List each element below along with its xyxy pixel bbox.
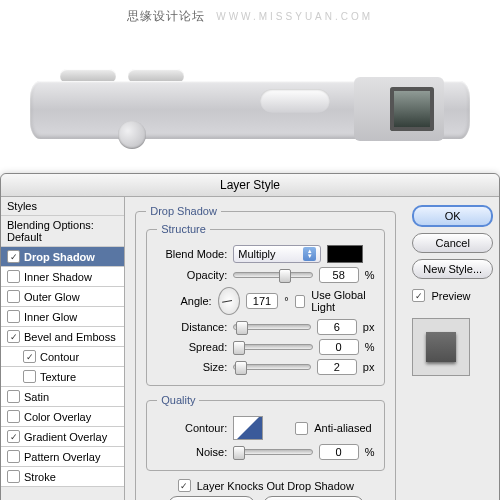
style-checkbox[interactable] xyxy=(7,410,20,423)
chevron-updown-icon: ▲▼ xyxy=(303,247,316,261)
style-item-inner-shadow[interactable]: Inner Shadow xyxy=(1,267,124,287)
knockout-checkbox[interactable] xyxy=(178,479,191,492)
distance-label: Distance: xyxy=(157,321,227,333)
style-item-stroke[interactable]: Stroke xyxy=(1,467,124,487)
cancel-button[interactable]: Cancel xyxy=(412,233,493,253)
camera-illustration xyxy=(30,33,470,153)
style-checkbox[interactable] xyxy=(7,270,20,283)
new-style-button[interactable]: New Style... xyxy=(412,259,493,279)
antialiased-checkbox[interactable] xyxy=(295,422,308,435)
style-item-label: Gradient Overlay xyxy=(24,431,107,443)
size-slider[interactable] xyxy=(233,360,311,374)
style-item-label: Color Overlay xyxy=(24,411,91,423)
style-checkbox[interactable] xyxy=(7,250,20,263)
style-item-inner-glow[interactable]: Inner Glow xyxy=(1,307,124,327)
structure-legend: Structure xyxy=(157,223,210,235)
style-item-contour[interactable]: Contour xyxy=(1,347,124,367)
antialiased-label: Anti-aliased xyxy=(314,422,371,434)
style-checkbox[interactable] xyxy=(7,290,20,303)
style-item-label: Pattern Overlay xyxy=(24,451,100,463)
distance-value[interactable]: 6 xyxy=(317,319,357,335)
style-item-color-overlay[interactable]: Color Overlay xyxy=(1,407,124,427)
blending-options[interactable]: Blending Options: Default xyxy=(1,216,124,247)
angle-value[interactable]: 171 xyxy=(246,293,278,309)
spread-value[interactable]: 0 xyxy=(319,339,359,355)
contour-picker[interactable] xyxy=(233,416,263,440)
knockout-label: Layer Knocks Out Drop Shadow xyxy=(197,480,354,492)
style-checkbox[interactable] xyxy=(7,470,20,483)
blend-mode-label: Blend Mode: xyxy=(157,248,227,260)
watermark-url: WWW.MISSYUAN.COM xyxy=(216,11,373,22)
style-item-label: Texture xyxy=(40,371,76,383)
style-item-outer-glow[interactable]: Outer Glow xyxy=(1,287,124,307)
style-item-label: Inner Glow xyxy=(24,311,77,323)
style-item-label: Drop Shadow xyxy=(24,251,95,263)
style-item-label: Stroke xyxy=(24,471,56,483)
style-item-label: Outer Glow xyxy=(24,291,80,303)
style-checkbox[interactable] xyxy=(7,310,20,323)
style-checkbox[interactable] xyxy=(7,450,20,463)
size-value[interactable]: 2 xyxy=(317,359,357,375)
style-checkbox[interactable] xyxy=(7,430,20,443)
dialog-buttons: OK Cancel New Style... Preview xyxy=(406,197,499,500)
style-item-label: Inner Shadow xyxy=(24,271,92,283)
use-global-light-label: Use Global Light xyxy=(311,289,374,313)
preview-label: Preview xyxy=(431,290,470,302)
noise-label: Noise: xyxy=(157,446,227,458)
opacity-slider[interactable] xyxy=(233,268,312,282)
style-item-label: Bevel and Emboss xyxy=(24,331,116,343)
spread-label: Spread: xyxy=(157,341,227,353)
style-checkbox[interactable] xyxy=(7,390,20,403)
angle-dial[interactable] xyxy=(218,287,240,315)
watermark: 思缘设计论坛 WWW.MISSYUAN.COM xyxy=(0,0,500,33)
style-item-bevel-and-emboss[interactable]: Bevel and Emboss xyxy=(1,327,124,347)
distance-slider[interactable] xyxy=(233,320,311,334)
shadow-color-swatch[interactable] xyxy=(327,245,363,263)
styles-header[interactable]: Styles xyxy=(1,197,124,216)
layer-style-dialog: Layer Style Styles Blending Options: Def… xyxy=(0,173,500,500)
style-item-texture[interactable]: Texture xyxy=(1,367,124,387)
style-item-satin[interactable]: Satin xyxy=(1,387,124,407)
style-item-label: Contour xyxy=(40,351,79,363)
noise-value[interactable]: 0 xyxy=(319,444,359,460)
spread-slider[interactable] xyxy=(233,340,312,354)
opacity-value[interactable]: 58 xyxy=(319,267,359,283)
size-label: Size: xyxy=(157,361,227,373)
preview-checkbox[interactable] xyxy=(412,289,425,302)
effect-panel: Drop Shadow Structure Blend Mode: Multip… xyxy=(125,197,406,500)
ok-button[interactable]: OK xyxy=(412,205,493,227)
style-checkbox[interactable] xyxy=(23,350,36,363)
contour-label: Contour: xyxy=(157,422,227,434)
styles-list: Styles Blending Options: Default Drop Sh… xyxy=(1,197,125,500)
style-checkbox[interactable] xyxy=(7,330,20,343)
watermark-cn: 思缘设计论坛 xyxy=(127,9,205,23)
noise-slider[interactable] xyxy=(233,445,312,459)
reset-default-button[interactable]: Reset to Default xyxy=(263,496,364,500)
style-item-drop-shadow[interactable]: Drop Shadow xyxy=(1,247,124,267)
style-checkbox[interactable] xyxy=(23,370,36,383)
style-item-pattern-overlay[interactable]: Pattern Overlay xyxy=(1,447,124,467)
blend-mode-select[interactable]: Multiply ▲▼ xyxy=(233,245,321,263)
style-item-gradient-overlay[interactable]: Gradient Overlay xyxy=(1,427,124,447)
preview-thumbnail xyxy=(412,318,470,376)
quality-legend: Quality xyxy=(157,394,199,406)
make-default-button[interactable]: Make Default xyxy=(168,496,255,500)
panel-title: Drop Shadow xyxy=(146,205,221,217)
use-global-light-checkbox[interactable] xyxy=(295,295,306,308)
style-item-label: Satin xyxy=(24,391,49,403)
angle-label: Angle: xyxy=(157,295,211,307)
opacity-label: Opacity: xyxy=(157,269,227,281)
dialog-title: Layer Style xyxy=(1,174,499,197)
